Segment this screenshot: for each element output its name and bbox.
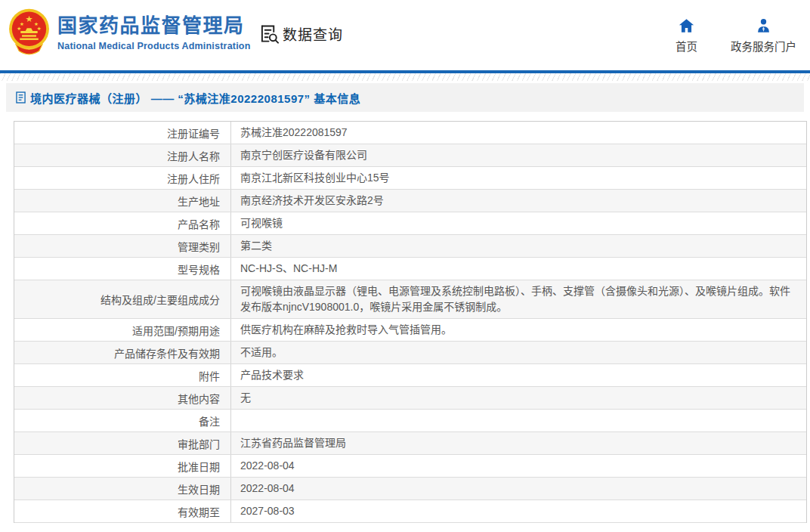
row-label: 审批部门 — [14, 432, 231, 454]
agency-title-en: National Medical Products Administration — [57, 41, 251, 51]
row-value: NC-HJ-S、NC-HJ-M — [231, 258, 806, 280]
row-value: 第二类 — [231, 235, 806, 257]
table-row: 产品储存条件及有效期 不适用。 — [14, 342, 806, 364]
row-value: 产品技术要求 — [231, 364, 806, 386]
row-label: 备注 — [14, 410, 231, 431]
table-row: 注册人住所 南京江北新区科技创业中心15号 — [14, 167, 806, 190]
agency-title-cn: 国家药品监督管理局 — [57, 15, 251, 38]
row-value: 2027-08-03 — [231, 500, 806, 522]
row-label: 有效期至 — [14, 500, 231, 522]
table-row: 管理类别 第二类 — [14, 235, 806, 258]
page-header: ★ ★ ★ ★ ★ 国家药品监督管理局 National Medical Pro… — [0, 0, 810, 70]
row-value: 南京经济技术开发区安永路2号 — [231, 190, 806, 212]
nav-item-home[interactable]: 首页 — [676, 18, 697, 54]
nav-item-portal[interactable]: 政务服务门户 — [731, 18, 796, 54]
top-nav: 首页 政务服务门户 — [676, 18, 796, 54]
row-value: 苏械注准20222081597 — [231, 122, 806, 144]
row-value: 南京宁创医疗设备有限公司 — [231, 144, 806, 166]
home-icon — [679, 18, 694, 33]
row-value: 2022-08-04 — [231, 455, 806, 477]
row-value: 不适用。 — [231, 342, 806, 363]
row-label: 生产地址 — [14, 190, 231, 212]
row-label: 适用范围/预期用途 — [14, 319, 231, 341]
row-label: 注册人住所 — [14, 167, 231, 189]
row-label: 附件 — [14, 364, 231, 386]
table-row: 有效期至 2027-08-03 — [14, 500, 806, 523]
row-value: 南京江北新区科技创业中心15号 — [231, 167, 806, 189]
breadcrumb: 境内医疗器械（注册） —— “苏械注准20222081597” 基本信息 — [6, 83, 804, 112]
data-query-label: 数据查询 — [283, 23, 343, 44]
row-label: 结构及组成/主要组成成分 — [14, 280, 231, 318]
nav-home-label: 首页 — [676, 38, 697, 54]
table-row: 产品名称 可视喉镜 — [14, 212, 806, 235]
row-value: 供医疗机构在麻醉及抢救时导入气管插管用。 — [231, 319, 806, 341]
row-value: 可视喉镜由液晶显示器（锂电、电源管理及系统控制电路板）、手柄、支撑管（含摄像头和… — [231, 280, 806, 318]
table-row: 适用范围/预期用途 供医疗机构在麻醉及抢救时导入气管插管用。 — [14, 319, 806, 342]
hatch-strip — [0, 73, 810, 81]
user-icon — [756, 18, 771, 33]
row-label: 管理类别 — [14, 235, 231, 257]
data-query-section[interactable]: 数据查询 — [260, 23, 343, 44]
svg-text:★: ★ — [25, 14, 32, 23]
table-row: 注册证编号 苏械注准20222081597 — [14, 122, 806, 144]
row-value: 可视喉镜 — [231, 212, 806, 234]
row-value: 2022-08-04 — [231, 478, 806, 500]
document-search-icon — [260, 24, 279, 44]
table-row: 审批部门 江苏省药品监督管理局 — [14, 432, 806, 455]
row-label: 生效日期 — [14, 478, 231, 500]
agency-title-block: 国家药品监督管理局 National Medical Products Admi… — [57, 15, 251, 51]
svg-text:★: ★ — [17, 26, 21, 31]
info-table-body: 注册证编号 苏械注准20222081597 注册人名称 南京宁创医疗设备有限公司… — [14, 122, 806, 523]
table-row: 结构及组成/主要组成成分 可视喉镜由液晶显示器（锂电、电源管理及系统控制电路板）… — [14, 280, 806, 319]
table-row: 备注 — [14, 410, 806, 432]
document-icon — [16, 91, 26, 104]
table-row: 注册人名称 南京宁创医疗设备有限公司 — [14, 144, 806, 167]
national-emblem-logo: ★ ★ ★ ★ ★ — [8, 7, 51, 58]
svg-text:★: ★ — [37, 26, 42, 31]
info-table: 注册证编号 苏械注准20222081597 注册人名称 南京宁创医疗设备有限公司… — [14, 121, 807, 523]
page-title: 境内医疗器械（注册） —— “苏械注准20222081597” 基本信息 — [30, 90, 360, 106]
table-row: 生效日期 2022-08-04 — [14, 478, 806, 500]
row-value: 江苏省药品监督管理局 — [231, 432, 806, 454]
table-row: 生产地址 南京经济技术开发区安永路2号 — [14, 190, 806, 212]
table-row: 其他内容 无 — [14, 387, 806, 410]
row-label: 批准日期 — [14, 455, 231, 477]
row-label: 产品名称 — [14, 212, 231, 234]
row-label: 型号规格 — [14, 258, 231, 280]
nav-portal-label: 政务服务门户 — [731, 38, 796, 54]
row-value: 无 — [231, 387, 806, 409]
table-row: 附件 产品技术要求 — [14, 364, 806, 387]
row-value — [231, 410, 806, 431]
table-row: 批准日期 2022-08-04 — [14, 455, 806, 478]
table-row: 型号规格 NC-HJ-S、NC-HJ-M — [14, 258, 806, 280]
row-label: 产品储存条件及有效期 — [14, 342, 231, 363]
row-label: 注册人名称 — [14, 144, 231, 166]
row-label: 其他内容 — [14, 387, 231, 409]
row-label: 注册证编号 — [14, 122, 231, 144]
